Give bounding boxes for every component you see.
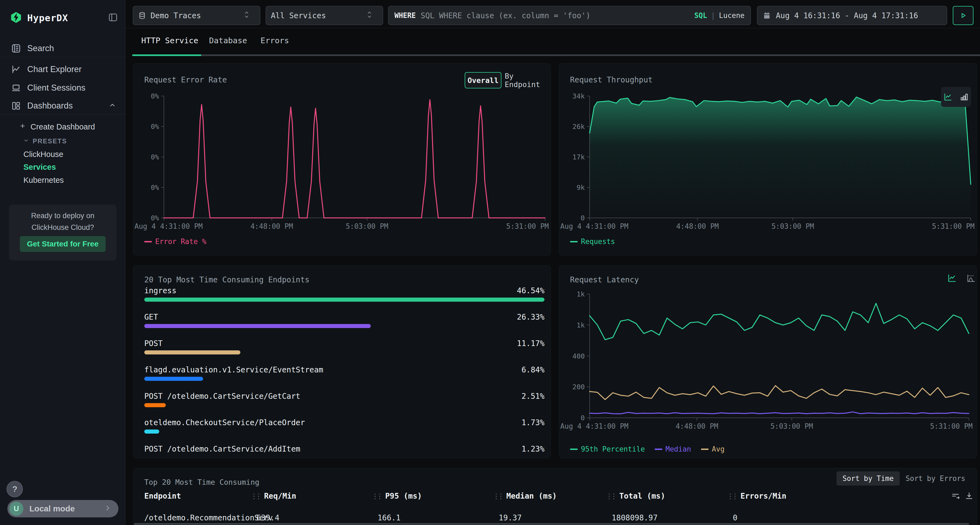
svg-text:0%: 0% xyxy=(151,123,159,130)
legend-item[interactable]: Error Rate % xyxy=(144,238,206,246)
run-query-button[interactable] xyxy=(953,6,974,25)
endpoint-row[interactable]: GET26.33% xyxy=(144,311,544,328)
svg-text:Aug 4 4:31:00 PM: Aug 4 4:31:00 PM xyxy=(560,222,628,230)
local-mode-button[interactable]: U Local mode xyxy=(7,500,118,517)
legend-item[interactable]: Requests xyxy=(570,238,615,246)
tab-database[interactable]: Database xyxy=(209,36,247,45)
svg-text:26k: 26k xyxy=(573,123,585,130)
column-header-total[interactable]: ⋮⋮Total (ms) xyxy=(606,492,665,501)
sort-by-time-button[interactable]: Sort by Time xyxy=(837,471,900,485)
sidebar-item-chart-explorer[interactable]: Chart Explorer xyxy=(0,61,125,78)
search-input[interactable]: WHERE SQL WHERE clause (ex. column = 'fo… xyxy=(388,6,751,25)
endpoint-label: GET xyxy=(144,312,158,322)
sort-by-errors-button[interactable]: Sort by Errors xyxy=(900,471,971,485)
panel-request-throughput: Request Throughput 09k17k26k34kAug 4 4:3… xyxy=(559,63,977,256)
create-dashboard-button[interactable]: Create Dashboard xyxy=(19,122,95,132)
column-header-median[interactable]: ⋮⋮Median (ms) xyxy=(493,492,557,501)
legend-swatch xyxy=(570,449,578,450)
column-header-req-min[interactable]: ⋮⋮Req/Min xyxy=(250,492,296,501)
horizontal-scrollbar[interactable] xyxy=(134,523,969,525)
download-icon[interactable] xyxy=(964,491,974,502)
svg-text:Aug 4 4:31:00 PM: Aug 4 4:31:00 PM xyxy=(560,422,628,430)
endpoint-label: oteldemo.CheckoutService/PlaceOrder xyxy=(144,418,305,427)
sql-mode-toggle[interactable]: SQL xyxy=(694,11,707,20)
lang-divider: | xyxy=(711,11,715,20)
endpoint-bar xyxy=(144,324,371,328)
endpoint-row[interactable]: POST /oteldemo.CartService/AddItem1.23% xyxy=(144,443,544,455)
endpoint-row[interactable]: POST /oteldemo.CartService/GetCart2.51% xyxy=(144,391,544,407)
panel-title: Request Latency xyxy=(570,275,639,284)
cell-req-min: 639.4 xyxy=(256,513,279,522)
tab-http-service[interactable]: HTTP Service xyxy=(141,36,199,45)
time-range-picker[interactable]: Aug 4 16:31:16 - Aug 4 17:31:16 xyxy=(757,6,947,25)
svg-text:5:31:00 PM: 5:31:00 PM xyxy=(932,222,975,230)
endpoint-row[interactable]: POST11.17% xyxy=(144,338,544,354)
panel-title: Request Throughput xyxy=(570,75,652,84)
get-started-button[interactable]: Get Started for Free xyxy=(20,236,106,252)
endpoint-row[interactable]: flagd.evaluation.v1.Service/EventStream6… xyxy=(144,364,544,381)
legend-item[interactable]: Avg xyxy=(701,445,725,453)
lucene-mode-toggle[interactable]: Lucene xyxy=(719,11,745,20)
bar-chart-icon[interactable] xyxy=(959,92,969,102)
drag-handle-icon[interactable]: ⋮⋮ xyxy=(493,492,502,500)
endpoint-row[interactable]: oteldemo.CheckoutService/PlaceOrder1.73% xyxy=(144,417,544,434)
sidebar-item-label: Client Sessions xyxy=(27,83,86,93)
logo[interactable]: HyperDX xyxy=(10,10,118,25)
tab-errors[interactable]: Errors xyxy=(261,36,289,45)
error-rate-chart[interactable]: 0%0%0%0%0%Aug 4 4:31:00 PM4:48:00 PM5:03… xyxy=(134,90,551,232)
drag-handle-icon[interactable]: ⋮⋮ xyxy=(727,492,736,500)
presets-toggle[interactable]: PRESETS xyxy=(23,137,67,145)
endpoint-pct: 6.84% xyxy=(522,365,544,374)
service-select[interactable]: All Services xyxy=(266,6,383,25)
line-chart-icon[interactable] xyxy=(947,273,957,284)
svg-text:5:31:00 PM: 5:31:00 PM xyxy=(506,222,549,230)
column-settings-icon[interactable] xyxy=(951,491,960,502)
endpoint-bar xyxy=(144,430,159,434)
svg-text:0: 0 xyxy=(581,214,585,222)
column-header-errors-min[interactable]: ⋮⋮Errors/Min xyxy=(727,492,786,501)
svg-text:17k: 17k xyxy=(573,153,585,161)
legend-item[interactable]: 95th Percentile xyxy=(570,445,645,453)
drag-handle-icon[interactable]: ⋮⋮ xyxy=(372,492,381,500)
svg-text:0%: 0% xyxy=(151,92,159,100)
drag-handle-icon[interactable]: ⋮⋮ xyxy=(606,492,615,500)
svg-text:0: 0 xyxy=(581,414,585,422)
legend-item[interactable]: Median xyxy=(655,445,691,453)
latency-chart[interactable]: 02004001k1kAug 4 4:31:00 PM4:48:00 PM5:0… xyxy=(559,287,977,439)
chart-explorer-icon xyxy=(11,64,21,75)
sidebar-item-dashboards[interactable]: Dashboards xyxy=(0,97,125,114)
search-logs-icon xyxy=(11,43,21,54)
endpoint-bar xyxy=(144,377,203,381)
presets-label: PRESETS xyxy=(33,137,67,145)
endpoint-label: flagd.evaluation.v1.Service/EventStream xyxy=(144,365,323,374)
svg-text:9k: 9k xyxy=(577,184,585,192)
collapse-sidebar-icon[interactable] xyxy=(108,12,118,24)
sidebar-item-client-sessions[interactable]: Client Sessions xyxy=(0,79,125,96)
sidebar-item-search[interactable]: Search xyxy=(0,40,125,57)
endpoint-row[interactable]: ingress46.54% xyxy=(144,285,544,302)
toggle-overall[interactable]: Overall xyxy=(465,72,501,89)
line-chart-icon[interactable] xyxy=(943,92,953,102)
column-header-endpoint[interactable]: Endpoint xyxy=(144,492,181,501)
svg-text:5:03:00 PM: 5:03:00 PM xyxy=(346,222,388,230)
preset-kubernetes[interactable]: Kubernetes xyxy=(24,176,64,185)
play-icon xyxy=(959,11,967,20)
tab-bar: HTTP Service Database Errors xyxy=(126,28,980,56)
histogram-icon[interactable] xyxy=(966,273,976,284)
sidebar-item-label: Search xyxy=(27,43,54,53)
clickhouse-cloud-promo: Ready to deploy on ClickHouse Cloud? Get… xyxy=(9,205,116,260)
chart-legend: 95th PercentileMedianAvg xyxy=(570,445,725,453)
preset-clickhouse[interactable]: ClickHouse xyxy=(24,150,64,159)
preset-services[interactable]: Services xyxy=(24,163,56,172)
legend-swatch xyxy=(144,241,152,243)
help-button[interactable]: ? xyxy=(6,481,23,497)
panel-title: 20 Top Most Time Consuming Endpoints xyxy=(144,275,310,284)
chart-legend: Error Rate % xyxy=(144,238,206,246)
drag-handle-icon[interactable]: ⋮⋮ xyxy=(250,492,260,500)
panel-request-error-rate: Request Error Rate Overall By Endpoint 0… xyxy=(133,63,551,256)
column-header-p95[interactable]: ⋮⋮P95 (ms) xyxy=(372,492,422,501)
toggle-by-endpoint[interactable]: By Endpoint xyxy=(505,72,550,89)
source-select[interactable]: Demo Traces xyxy=(133,6,260,25)
throughput-chart[interactable]: 09k17k26k34kAug 4 4:31:00 PM4:48:00 PM5:… xyxy=(559,90,977,232)
endpoint-bar xyxy=(144,298,544,302)
